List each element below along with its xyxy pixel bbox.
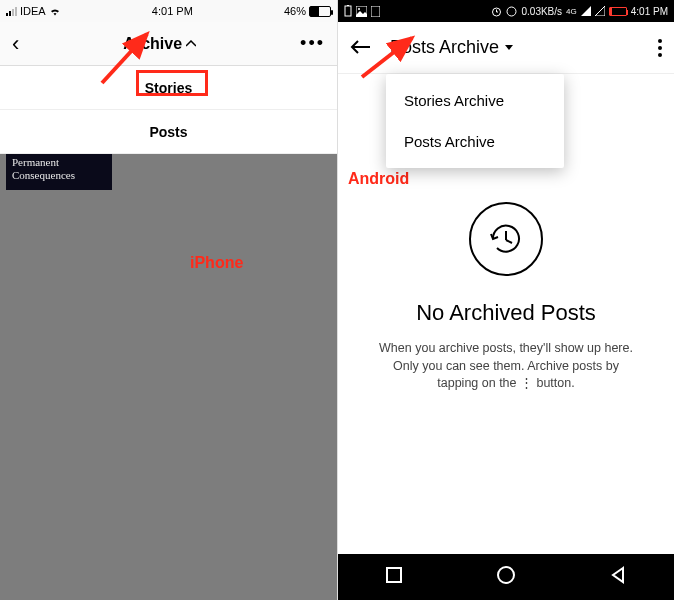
android-nav-bar [338,554,674,600]
back-button[interactable] [350,35,370,61]
net-label: 4G [566,7,577,16]
svg-point-14 [498,567,514,583]
arrow-left-icon [350,39,370,55]
svg-rect-1 [345,6,351,16]
empty-description: When you archive posts, they'll show up … [359,340,653,393]
chevron-up-icon [186,40,196,47]
svg-point-9 [507,7,516,16]
clock: 4:01 PM [631,6,668,17]
android-screen: 0.03KB/s 4G 4:01 PM Posts Archive No Ar [337,0,674,600]
net-speed: 0.03KB/s [521,6,562,17]
svg-line-11 [506,240,512,243]
battery-percent: 46% [284,5,306,17]
more-button[interactable]: ••• [300,33,325,54]
highlight-stories [136,70,208,96]
header-title: Posts Archive [390,37,499,58]
alarm-icon [491,6,502,17]
empty-title: No Archived Posts [416,300,596,326]
ios-status-bar: IDEA 4:01 PM 46% [0,0,337,22]
archive-empty-icon [469,202,543,276]
svg-rect-13 [387,568,401,582]
clock-icon [506,6,517,17]
signal-icon-2 [595,6,605,16]
battery-icon [344,5,352,17]
svg-point-4 [358,8,360,10]
carrier-label: IDEA [20,5,46,17]
nav-home[interactable] [496,565,516,589]
battery-low-icon [609,7,627,16]
nav-back[interactable] [609,566,627,588]
archive-dropdown-toggle[interactable]: Posts Archive [390,37,638,58]
battery-icon [309,6,331,17]
svg-rect-2 [347,5,349,6]
android-header: Posts Archive [338,22,674,74]
header-title: Archive [123,35,182,53]
ios-content: Permanent Consequences iPhone [0,154,337,600]
caret-down-icon [505,45,513,50]
signal-icon [581,6,591,16]
nav-recent[interactable] [385,566,403,588]
dropdown-posts-label: Posts [149,124,187,140]
back-button[interactable]: ‹ [12,33,19,55]
menu-stories-label: Stories Archive [404,92,504,109]
clock: 4:01 PM [152,5,193,17]
history-icon [487,220,525,258]
menu-posts-label: Posts Archive [404,133,495,150]
archive-menu: Stories Archive Posts Archive [386,74,564,168]
doc-icon [371,6,380,17]
ios-header: ‹ Archive ••• [0,22,337,66]
annotation-android: Android [348,170,409,188]
menu-item-posts-archive[interactable]: Posts Archive [386,121,564,162]
image-icon [356,6,367,17]
signal-icon [6,6,17,16]
dropdown-item-posts[interactable]: Posts [0,110,337,154]
story-thumbnail[interactable]: Permanent Consequences [6,154,112,190]
archive-dropdown-toggle[interactable]: Archive [123,35,196,53]
android-status-bar: 0.03KB/s 4G 4:01 PM [338,0,674,22]
more-button[interactable] [658,39,662,57]
story-caption-line2: Consequences [12,169,106,182]
iphone-screen: IDEA 4:01 PM 46% ‹ Archive ••• Stories P… [0,0,337,600]
story-caption-line1: Permanent [12,156,106,169]
svg-rect-5 [371,6,380,17]
annotation-iphone: iPhone [190,254,243,272]
menu-item-stories-archive[interactable]: Stories Archive [386,80,564,121]
wifi-icon [49,6,61,16]
